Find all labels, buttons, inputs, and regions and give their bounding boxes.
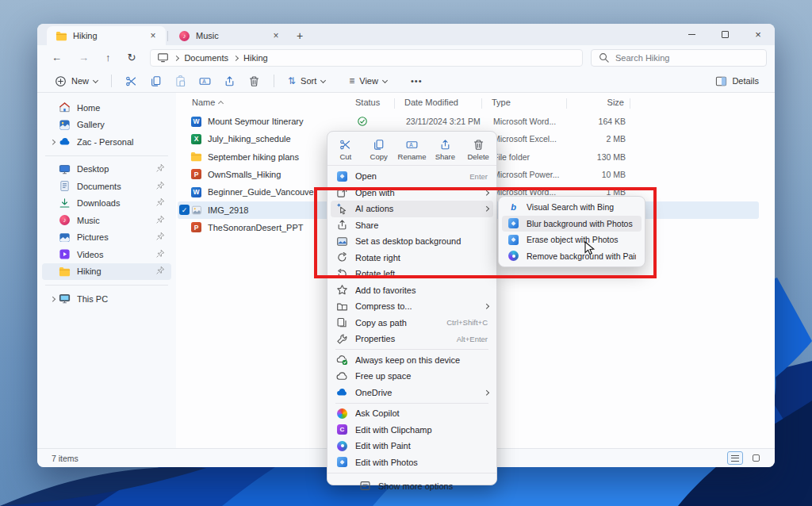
sidebar-item-videos[interactable]: Videos (42, 246, 171, 263)
column-header-size[interactable]: Size (573, 98, 624, 107)
minimize-button[interactable] (675, 24, 708, 45)
submenu-item-erase-object-with-photos[interactable]: Erase object with Photos (502, 232, 642, 248)
sidebar-item-zac-personal[interactable]: Zac - Personal (42, 133, 171, 151)
file-name: IMG_2918 (208, 205, 248, 215)
column-header-date[interactable]: Date Modified (404, 98, 458, 107)
menu-item-onedrive[interactable]: OneDrive (331, 385, 493, 401)
submenu-arrow-icon (484, 304, 488, 309)
copy-quick-button[interactable]: Copy (364, 136, 394, 163)
up-button[interactable]: ↑ (105, 52, 111, 63)
menu-item-free-up-space[interactable]: Free up space (331, 368, 493, 385)
rename-quick-button[interactable]: ARename (396, 136, 427, 163)
rotate-left-icon (336, 268, 348, 280)
menu-item-rotate-left[interactable]: Rotate left (331, 266, 493, 282)
menu-item-rotate-right[interactable]: Rotate right (331, 250, 493, 266)
menu-item-label: Show more options (378, 481, 488, 491)
share-button[interactable] (219, 73, 240, 90)
column-header-type[interactable]: Type (492, 98, 511, 107)
quick-action-label: Copy (370, 152, 388, 161)
sidebar-item-label: This PC (77, 294, 171, 304)
cut-quick-button[interactable]: Cut (331, 136, 361, 163)
cut-icon (339, 139, 351, 151)
submenu-item-label: Erase object with Photos (527, 235, 636, 244)
ppt-file-icon: P (190, 221, 202, 233)
search-box[interactable] (591, 49, 767, 67)
menu-item-ai-actions[interactable]: AI actions (331, 201, 493, 217)
menu-item-label: Edit with Clipchamp (355, 425, 488, 435)
tab-close-icon[interactable]: × (147, 30, 159, 41)
search-input[interactable] (615, 53, 760, 63)
sidebar-item-downloads[interactable]: Downloads (42, 195, 171, 213)
tab-music[interactable]: ♪Music× (170, 26, 289, 45)
menu-item-edit-with-paint[interactable]: Edit with Paint (331, 438, 493, 454)
sidebar-item-music[interactable]: ♪ Music (42, 212, 171, 229)
thumbnail-view-toggle[interactable] (748, 451, 764, 465)
sort-arrows-icon: ⇅ (288, 75, 296, 86)
menu-item-compress-to-[interactable]: Compress to... (331, 298, 493, 315)
new-button[interactable]: New (50, 73, 102, 90)
menu-item-ask-copilot[interactable]: Ask Copilot (331, 405, 493, 422)
menu-item-set-as-desktop-background[interactable]: Set as desktop background (331, 233, 493, 250)
copy-button[interactable] (145, 73, 167, 90)
forward-button[interactable]: → (79, 52, 89, 63)
sidebar-item-home[interactable]: Home (42, 99, 171, 117)
pin-icon (155, 163, 168, 174)
menu-item-open-with[interactable]: Open with (331, 185, 493, 201)
file-type: File folder (493, 152, 530, 162)
sidebar-item-gallery[interactable]: Gallery (42, 117, 171, 134)
file-name: OwnSmalls_Hiking (208, 170, 281, 179)
close-button[interactable]: × (741, 24, 775, 45)
menu-item-label: Always keep on this device (355, 355, 488, 365)
share-quick-button[interactable]: Share (430, 136, 460, 163)
refresh-button[interactable]: ↻ (128, 52, 136, 63)
ppt-file-icon: P (190, 168, 202, 180)
menu-item-add-to-favorites[interactable]: Add to favorites (331, 282, 493, 299)
menu-item-open[interactable]: Open Enter (331, 168, 493, 185)
column-header-name[interactable]: Name (192, 98, 223, 107)
sidebar-item-hiking[interactable]: Hiking (42, 263, 171, 281)
sidebar-item-pictures[interactable]: Pictures (42, 229, 171, 247)
cut-button[interactable] (121, 73, 142, 90)
details-view-toggle[interactable] (727, 451, 743, 465)
view-button[interactable]: ≡ View (344, 73, 392, 89)
see-more-button[interactable]: ••• (406, 74, 427, 88)
breadcrumb[interactable]: Documents Hiking (150, 49, 583, 67)
paste-button[interactable] (170, 73, 191, 90)
menu-item-edit-with-clipchamp[interactable]: C Edit with Clipchamp (331, 422, 493, 439)
checkbox-checked-icon[interactable]: ✓ (179, 205, 190, 215)
sort-button[interactable]: ⇅ Sort (283, 73, 330, 89)
sidebar-item-label: Documents (77, 182, 155, 191)
back-button[interactable]: ← (52, 52, 62, 63)
chevron-right-icon[interactable] (50, 140, 55, 144)
menu-item-show-more-options[interactable]: Show more options (331, 477, 493, 495)
chevron-right-icon[interactable] (50, 297, 55, 301)
rename-button[interactable]: A (194, 73, 216, 90)
tab-hiking[interactable]: Hiking× (47, 26, 166, 45)
file-row-mount-seymour-itinerary[interactable]: W Mount Seymour Itinerary 23/11/2024 3:2… (178, 113, 759, 130)
maximize-button[interactable] (708, 24, 741, 45)
column-header-status[interactable]: Status (355, 98, 380, 107)
menu-item-edit-with-photos[interactable]: Edit with Photos (331, 454, 493, 471)
breadcrumb-documents[interactable]: Documents (184, 53, 228, 63)
menu-item-share[interactable]: Share (331, 217, 493, 234)
details-pane-button[interactable]: Details (710, 73, 764, 90)
tab-close-icon[interactable]: × (270, 30, 282, 41)
sidebar-item-desktop[interactable]: Desktop (42, 161, 171, 178)
file-name: July_hiking_schedule (208, 134, 291, 144)
search-icon (598, 52, 610, 63)
menu-item-always-keep-on-this-device[interactable]: Always keep on this device (331, 352, 493, 369)
delete-quick-button[interactable]: Delete (463, 136, 493, 163)
new-tab-button[interactable]: + (297, 29, 303, 42)
svg-text:A: A (409, 141, 413, 147)
menu-item-properties[interactable]: Properties Alt+Enter (331, 331, 493, 347)
menu-item-copy-as-path[interactable]: Copy as path Ctrl+Shift+C (331, 315, 493, 332)
submenu-item-blur-background-with-photos[interactable]: Blur background with Photos (502, 216, 642, 232)
submenu-item-remove-background-with-paint[interactable]: Remove background with Paint (502, 248, 642, 265)
minimize-icon (688, 34, 695, 35)
breadcrumb-hiking[interactable]: Hiking (243, 53, 268, 63)
delete-button[interactable] (243, 73, 265, 90)
navigation-pane: Home Gallery Zac - Personal Desktop Docu… (37, 93, 176, 448)
submenu-item-visual-search-with-bing[interactable]: b Visual Search with Bing (502, 199, 642, 216)
sidebar-item-this-pc[interactable]: This PC (42, 290, 171, 308)
sidebar-item-documents[interactable]: Documents (42, 178, 171, 195)
